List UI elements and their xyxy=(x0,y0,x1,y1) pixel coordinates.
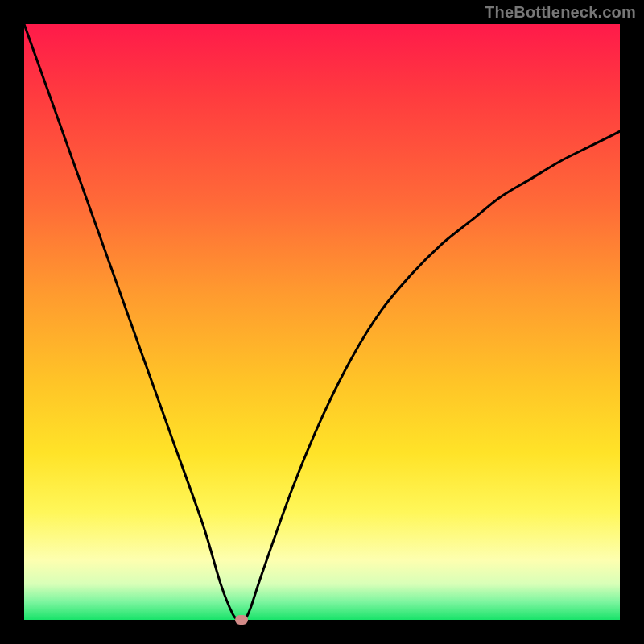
curve-svg xyxy=(24,24,620,620)
chart-frame: TheBottleneck.com xyxy=(0,0,644,644)
bottleneck-curve xyxy=(24,24,620,621)
watermark-text: TheBottleneck.com xyxy=(485,3,636,22)
optimum-marker xyxy=(235,615,248,625)
plot-area xyxy=(24,24,620,620)
